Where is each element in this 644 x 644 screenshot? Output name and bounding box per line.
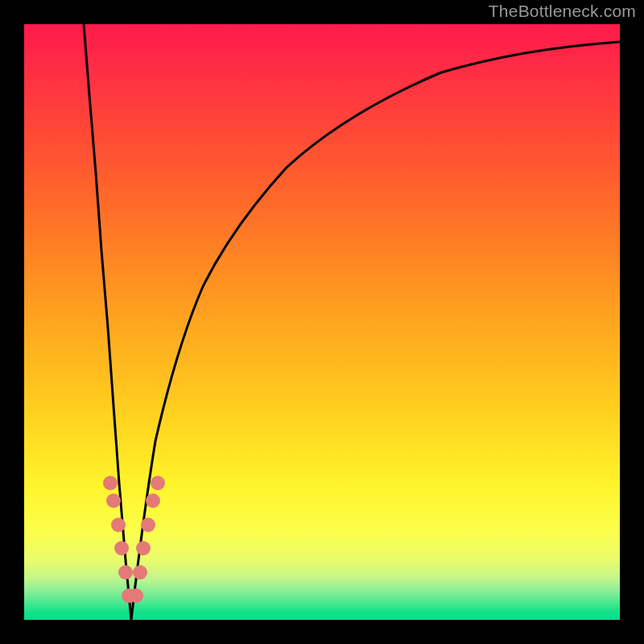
marker-dot xyxy=(114,541,129,555)
chart-curves-svg xyxy=(24,24,620,620)
watermark-text: TheBottleneck.com xyxy=(489,2,636,21)
marker-dot xyxy=(151,476,165,490)
marker-dot xyxy=(118,565,133,580)
marker-dot xyxy=(129,588,143,603)
marker-dot xyxy=(141,518,155,532)
marker-dot xyxy=(111,518,126,532)
marker-dot xyxy=(133,565,147,580)
curve-left-branch xyxy=(84,24,131,620)
marker-dot xyxy=(146,493,160,508)
curve-right-branch xyxy=(131,42,620,620)
marker-dot xyxy=(103,476,118,490)
marker-dot xyxy=(136,541,151,555)
marker-group xyxy=(103,476,165,603)
chart-frame: TheBottleneck.com xyxy=(0,0,644,644)
marker-dot xyxy=(106,493,121,508)
chart-plot-area xyxy=(24,24,620,620)
